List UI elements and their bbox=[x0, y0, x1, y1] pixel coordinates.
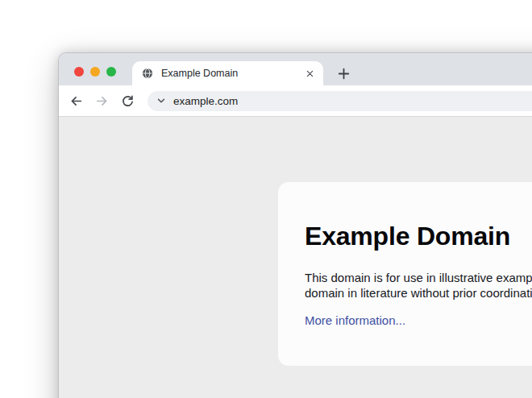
plus-icon bbox=[337, 67, 351, 81]
minimize-window-button[interactable] bbox=[90, 67, 100, 77]
paragraph-line: domain in literature without prior coord… bbox=[305, 286, 532, 301]
browser-toolbar: example.com bbox=[59, 85, 532, 117]
reload-button[interactable] bbox=[115, 89, 139, 113]
close-window-button[interactable] bbox=[74, 67, 84, 77]
tab-title: Example Domain bbox=[161, 68, 302, 79]
close-icon[interactable] bbox=[302, 66, 317, 81]
arrow-left-icon bbox=[69, 94, 83, 108]
address-bar-url: example.com bbox=[173, 95, 238, 107]
paragraph-line: This domain is for use in illustrative e… bbox=[305, 271, 532, 286]
page-title: Example Domain bbox=[305, 222, 532, 250]
chevron-down-icon[interactable] bbox=[156, 96, 166, 106]
globe-icon bbox=[142, 68, 153, 79]
forward-button[interactable] bbox=[89, 89, 114, 113]
page-paragraph: This domain is for use in illustrative e… bbox=[305, 271, 532, 301]
content-card: Example Domain This domain is for use in… bbox=[278, 182, 532, 366]
tab-example-domain[interactable]: Example Domain bbox=[132, 61, 323, 85]
arrow-right-icon bbox=[95, 94, 109, 108]
browser-window: Example Domain bbox=[58, 52, 532, 398]
address-bar[interactable]: example.com bbox=[148, 91, 532, 111]
zoom-window-button[interactable] bbox=[106, 67, 116, 77]
back-button[interactable] bbox=[64, 89, 88, 113]
tab-bar: Example Domain bbox=[59, 53, 532, 85]
more-information-link[interactable]: More information... bbox=[305, 313, 405, 327]
new-tab-button[interactable] bbox=[332, 62, 355, 85]
reload-icon bbox=[121, 94, 135, 108]
page-viewport: Example Domain This domain is for use in… bbox=[59, 117, 532, 398]
